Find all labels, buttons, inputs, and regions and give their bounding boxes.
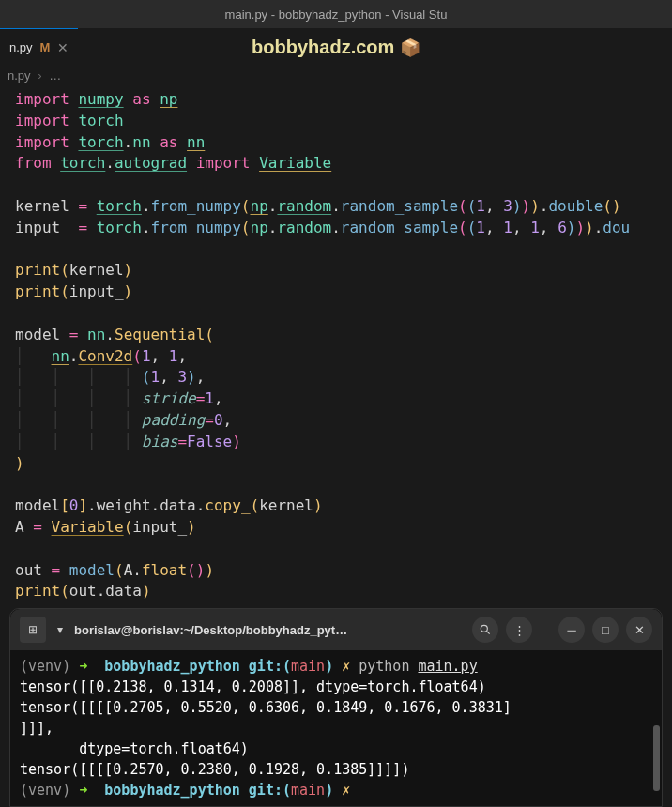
terminal-line: dtype=torch.float64) [20,740,249,757]
code-line: import torch [15,112,124,129]
code-line: │ │ │ │ stride=1, [15,389,223,407]
terminal-line: tensor([[[[0.2705, 0.5520, 0.6306, 0.184… [20,699,512,716]
terminal-title: borislav@borislav:~/Desktop/bobbyhadz_py… [74,623,465,637]
minimize-icon[interactable]: ─ [558,617,585,643]
terminal-output[interactable]: (venv) ➜ bobbyhadz_python git:(main) ✗ p… [10,650,662,806]
code-line: print(input_) [15,282,132,300]
close-icon[interactable]: ✕ [57,40,69,55]
code-line: print(out.data) [15,582,151,600]
breadcrumb-file: n.py [8,69,31,83]
code-line: │ │ │ │ (1, 3), [15,368,205,386]
tab-filename: n.py [9,40,33,54]
maximize-icon[interactable]: □ [592,617,619,643]
close-icon[interactable]: ✕ [626,617,652,643]
menu-icon[interactable]: ⋮ [506,617,532,643]
tab-bar: n.py M ✕ bobbyhadz.com 📦 [0,28,672,66]
window-titlebar: main.py - bobbyhadz_python - Visual Stu [0,0,672,28]
terminal-icon[interactable]: ⊞ [20,617,46,643]
breadcrumb[interactable]: n.py › … [0,66,672,85]
svg-line-1 [487,632,490,634]
code-line: model = nn.Sequential( [15,326,214,343]
code-line: │ │ │ │ bias=False) [15,433,241,450]
terminal-line: (venv) ➜ bobbyhadz_python git:(main) ✗ [20,782,350,799]
code-line: │ nn.Conv2d(1, 1, [15,347,187,365]
tab-main-py[interactable]: n.py M ✕ [0,28,78,66]
code-line: input_ = torch.from_numpy(np.random.rand… [15,219,630,236]
terminal-line: tensor([[0.2138, 0.1314, 0.2008]], dtype… [20,678,486,695]
code-line: model[0].weight.data.copy_(kernel) [15,496,323,514]
terminal-line: tensor([[[[0.2570, 0.2380, 0.1928, 0.138… [20,761,409,778]
chevron-right-icon: › [38,69,41,83]
chevron-down-icon[interactable]: ▾ [53,617,67,643]
watermark-text: bobbyhadz.com [252,37,394,57]
search-icon[interactable] [472,617,498,643]
code-line: from torch.autograd import Variable [15,154,331,172]
code-line: import torch.nn as nn [15,133,205,151]
code-line: A = Variable(input_) [15,518,196,536]
watermark: bobbyhadz.com 📦 [252,37,420,58]
terminal-line: ]]], [20,720,53,737]
terminal-panel: ⊞ ▾ borislav@borislav:~/Desktop/bobbyhad… [9,608,663,807]
code-line: print(kernel) [15,261,132,279]
code-line: │ │ │ │ padding=0, [15,411,232,429]
breadcrumb-more: … [49,69,61,83]
code-line: out = model(A.float()) [15,561,214,579]
code-editor[interactable]: import numpy as np import torch import t… [0,85,672,606]
code-line: ) [15,454,24,472]
scrollbar[interactable] [653,725,660,791]
code-line: import numpy as np [15,90,177,108]
package-icon: 📦 [400,38,420,57]
terminal-line: (venv) ➜ bobbyhadz_python git:(main) ✗ p… [20,658,478,675]
window-title: main.py - bobbyhadz_python - Visual Stu [225,8,448,22]
svg-point-0 [481,625,487,632]
terminal-header[interactable]: ⊞ ▾ borislav@borislav:~/Desktop/bobbyhad… [10,609,662,650]
code-line: kernel = torch.from_numpy(np.random.rand… [15,197,621,215]
tab-modified-indicator: M [40,40,51,54]
